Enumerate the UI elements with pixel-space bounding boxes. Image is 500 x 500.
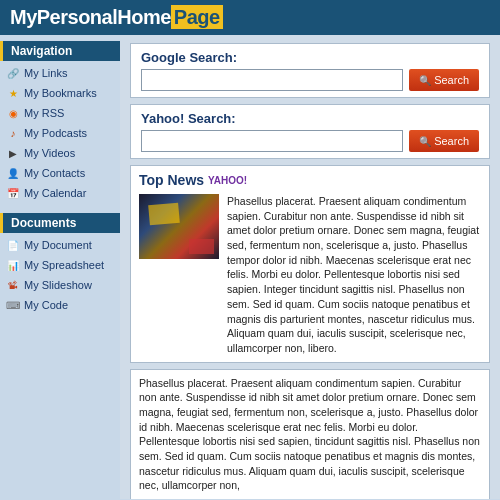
code-icon: ⌨ [6,298,20,312]
docs-section-title: Documents [0,213,120,233]
google-search-button-icon: 🔍 [419,75,431,86]
google-search-input[interactable] [141,69,403,91]
podcasts-label: My Podcasts [24,127,87,139]
title-part2: Page [171,5,223,29]
sidebar-item-document[interactable]: 📄 My Document [0,235,120,255]
site-title: MyPersonalHomePage [10,6,223,29]
google-search-button[interactable]: 🔍 Search [409,69,479,91]
yahoo-search-button[interactable]: 🔍 Search [409,130,479,152]
slideshow-label: My Slideshow [24,279,92,291]
nav-section-title: Navigation [0,41,120,61]
yahoo-search-button-icon: 🔍 [419,136,431,147]
google-search-button-label: Search [434,74,469,86]
sidebar-item-rss[interactable]: ◉ My RSS [0,103,120,123]
text-block-1: Phasellus placerat. Praesent aliquam con… [130,369,490,499]
contacts-icon: 👤 [6,166,20,180]
bookmarks-label: My Bookmarks [24,87,97,99]
news-article-text: Phasellus placerat. Praesent aliquam con… [227,194,481,356]
videos-label: My Videos [24,147,75,159]
yahoo-search-input[interactable] [141,130,403,152]
yahoo-search-row: 🔍 Search [141,130,479,152]
sidebar-item-spreadsheet[interactable]: 📊 My Spreadsheet [0,255,120,275]
calendar-icon: 📅 [6,186,20,200]
news-title-bar: Top News YAHOO! [139,172,481,188]
sidebar-item-videos[interactable]: ▶ My Videos [0,143,120,163]
yahoo-search-label: Yahoo! Search: [141,111,479,126]
header: MyPersonalHomePage [0,0,500,35]
videos-icon: ▶ [6,146,20,160]
title-part1: MyPersonalHome [10,6,171,28]
links-label: My Links [24,67,67,79]
links-icon: 🔗 [6,66,20,80]
sidebar-item-code[interactable]: ⌨ My Code [0,295,120,315]
news-image-inner [139,194,219,259]
sidebar-spacer [0,203,120,213]
spreadsheet-icon: 📊 [6,258,20,272]
sidebar-item-links[interactable]: 🔗 My Links [0,63,120,83]
slideshow-icon: 📽 [6,278,20,292]
google-search-section: Google Search: 🔍 Search [130,43,490,98]
rss-label: My RSS [24,107,64,119]
news-image [139,194,219,259]
sidebar: Navigation 🔗 My Links ★ My Bookmarks ◉ M… [0,35,120,499]
sidebar-item-contacts[interactable]: 👤 My Contacts [0,163,120,183]
sidebar-item-bookmarks[interactable]: ★ My Bookmarks [0,83,120,103]
news-title: Top News [139,172,204,188]
news-content: Phasellus placerat. Praesent aliquam con… [139,194,481,356]
bookmarks-icon: ★ [6,86,20,100]
news-section: Top News YAHOO! Phasellus placerat. Prae… [130,165,490,363]
calendar-label: My Calendar [24,187,86,199]
rss-icon: ◉ [6,106,20,120]
news-yahoo-badge: YAHOO! [208,175,247,186]
document-icon: 📄 [6,238,20,252]
sidebar-item-podcasts[interactable]: ♪ My Podcasts [0,123,120,143]
document-label: My Document [24,239,92,251]
spreadsheet-label: My Spreadsheet [24,259,104,271]
google-search-label: Google Search: [141,50,479,65]
yahoo-search-section: Yahoo! Search: 🔍 Search [130,104,490,159]
google-search-row: 🔍 Search [141,69,479,91]
paragraph-1: Phasellus placerat. Praesent aliquam con… [139,377,480,492]
sidebar-item-slideshow[interactable]: 📽 My Slideshow [0,275,120,295]
yahoo-search-button-label: Search [434,135,469,147]
code-label: My Code [24,299,68,311]
sidebar-item-calendar[interactable]: 📅 My Calendar [0,183,120,203]
main-layout: Navigation 🔗 My Links ★ My Bookmarks ◉ M… [0,35,500,499]
content-area: Google Search: 🔍 Search Yahoo! Search: 🔍… [120,35,500,499]
podcasts-icon: ♪ [6,126,20,140]
contacts-label: My Contacts [24,167,85,179]
